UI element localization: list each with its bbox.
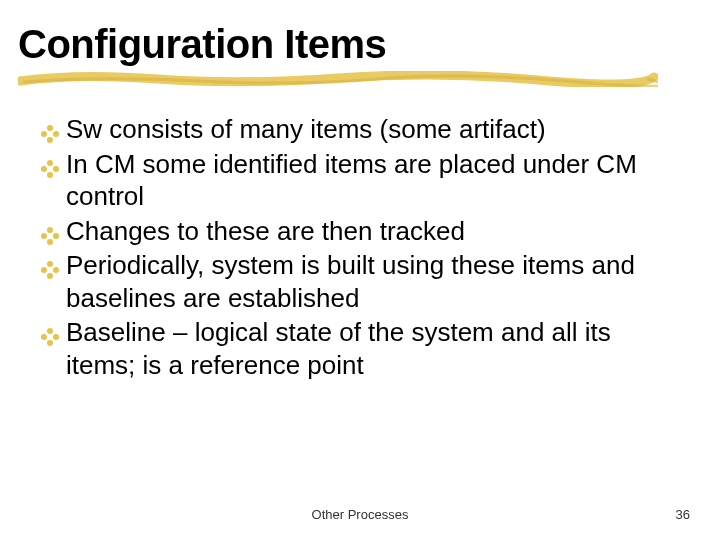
- list-item: Sw consists of many items (some artifact…: [40, 113, 680, 146]
- flower-bullet-icon: [40, 154, 62, 176]
- svg-point-10: [47, 227, 53, 233]
- svg-point-14: [48, 233, 53, 238]
- svg-point-23: [53, 334, 59, 340]
- bullet-text: Baseline – logical state of the system a…: [66, 316, 680, 381]
- svg-point-15: [47, 261, 53, 267]
- flower-bullet-icon: [40, 255, 62, 277]
- bullet-text: In CM some identified items are placed u…: [66, 148, 680, 213]
- svg-point-24: [48, 335, 53, 340]
- svg-point-22: [41, 334, 47, 340]
- svg-point-8: [53, 166, 59, 172]
- svg-point-11: [47, 239, 53, 245]
- title-underline: [18, 71, 658, 85]
- svg-point-20: [47, 328, 53, 334]
- bullet-list: Sw consists of many items (some artifact…: [0, 85, 720, 381]
- svg-point-1: [47, 137, 53, 143]
- svg-point-12: [41, 233, 47, 239]
- list-item: Changes to these are then tracked: [40, 215, 680, 248]
- page-number: 36: [676, 507, 690, 522]
- bullet-text: Sw consists of many items (some artifact…: [66, 113, 680, 146]
- flower-bullet-icon: [40, 221, 62, 243]
- svg-point-16: [47, 273, 53, 279]
- svg-point-0: [47, 125, 53, 131]
- svg-point-5: [47, 160, 53, 166]
- svg-point-9: [48, 166, 53, 171]
- slide-title: Configuration Items: [18, 22, 702, 67]
- svg-point-18: [53, 267, 59, 273]
- svg-point-17: [41, 267, 47, 273]
- svg-point-2: [41, 131, 47, 137]
- list-item: Baseline – logical state of the system a…: [40, 316, 680, 381]
- svg-point-6: [47, 172, 53, 178]
- svg-point-4: [48, 132, 53, 137]
- svg-point-13: [53, 233, 59, 239]
- svg-point-19: [48, 268, 53, 273]
- title-block: Configuration Items: [0, 0, 720, 85]
- footer-label: Other Processes: [0, 507, 720, 522]
- svg-point-3: [53, 131, 59, 137]
- flower-bullet-icon: [40, 322, 62, 344]
- list-item: In CM some identified items are placed u…: [40, 148, 680, 213]
- bullet-text: Periodically, system is built using thes…: [66, 249, 680, 314]
- flower-bullet-icon: [40, 119, 62, 141]
- list-item: Periodically, system is built using thes…: [40, 249, 680, 314]
- svg-point-7: [41, 166, 47, 172]
- bullet-text: Changes to these are then tracked: [66, 215, 680, 248]
- svg-point-21: [47, 340, 53, 346]
